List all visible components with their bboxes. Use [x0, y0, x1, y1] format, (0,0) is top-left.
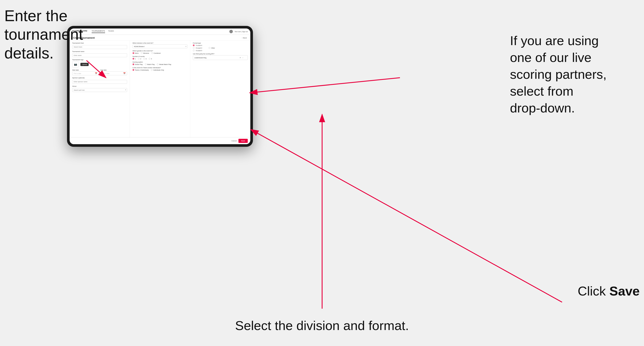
annotation-top-left: Enter thetournamentdetails. — [4, 6, 83, 62]
rounds-1-label: 1 — [135, 58, 136, 60]
teams-radio-group: Teams (+Individuals) Individuals Only — [132, 69, 188, 71]
gender-combined-radio[interactable] — [151, 52, 153, 54]
form-col-2: Which division is the event for? NCAA Di… — [130, 41, 190, 137]
save-button[interactable]: Save — [238, 139, 248, 143]
venue-dropdown-icon: ▾ — [125, 89, 126, 91]
other-label: Other — [211, 47, 215, 49]
live-scoring-value: Leaderboard King — [194, 57, 206, 58]
teams-teams-label: Teams (+Individuals) — [135, 69, 149, 71]
teams-group: Is this event for Teams and/or Individua… — [132, 67, 188, 71]
page-header: Create Tournament ‹ Back — [70, 35, 250, 41]
division-select[interactable]: NCAA Division I — [132, 44, 188, 48]
back-link[interactable]: ‹ Back — [242, 37, 247, 39]
format-options: 5 count 4 6 count 4 6 count 5 — [193, 44, 202, 51]
user-text: Test User | Sign out — [234, 31, 248, 32]
rounds-label: Number of rounds — [132, 56, 188, 57]
start-date-input[interactable]: Pick a date 📅 — [72, 71, 99, 75]
teams-teams[interactable]: Teams (+Individuals) — [132, 69, 149, 71]
rounds-2-radio[interactable] — [138, 58, 140, 60]
rounds-2[interactable]: 2 — [138, 58, 141, 60]
scoring-medal-label: Medal Match Play — [159, 64, 171, 65]
format-type-layout: 5 count 4 6 count 4 6 count 5 — [193, 44, 248, 51]
gender-combined[interactable]: Combined — [151, 52, 160, 54]
rounds-3-label: 3 — [146, 58, 146, 60]
upload-button[interactable]: Upload — [80, 63, 89, 66]
live-scoring-input[interactable]: Leaderboard King ✕ ⁝ — [193, 55, 248, 60]
division-dropdown-icon: ▾ — [186, 45, 186, 47]
gender-womens-radio[interactable] — [141, 52, 142, 54]
other-format: Other — [208, 44, 215, 51]
venue-input[interactable] — [72, 88, 127, 92]
live-scoring-expand-icon[interactable]: ⁝ — [242, 57, 243, 59]
format-6count4-label: 6 count 4 — [196, 47, 202, 49]
gender-mens-label: Mens — [135, 52, 138, 54]
rounds-group: Number of rounds 1 2 3 — [132, 56, 188, 60]
scoring-stroke-radio[interactable] — [132, 63, 134, 65]
end-date-input[interactable]: Pick a date 📅 — [100, 71, 127, 75]
scoring-match[interactable]: Match Play — [145, 63, 155, 65]
rounds-3[interactable]: 3 — [143, 58, 146, 60]
gender-mens[interactable]: Mens — [132, 52, 138, 54]
rounds-1-radio[interactable] — [132, 58, 134, 60]
form-footer: Cancel Save — [70, 137, 250, 144]
format-6count4[interactable]: 6 count 4 — [193, 47, 202, 49]
rounds-4-radio[interactable] — [149, 58, 150, 60]
division-label: Which division is the event for? — [132, 42, 188, 44]
nav-teams[interactable]: TEAMS — [108, 30, 114, 33]
live-scoring-group: Use third-party live scoring API? Leader… — [193, 53, 248, 60]
format-type-group: Format type 5 count 4 6 count 4 — [193, 42, 248, 51]
gender-womens-label: Womens — [143, 52, 149, 54]
gender-combined-label: Combined — [154, 52, 160, 54]
sponsor-group: Sponsor (optional) — [72, 77, 127, 84]
division-group: Which division is the event for? NCAA Di… — [132, 42, 188, 48]
teams-individuals-radio[interactable] — [151, 69, 152, 71]
teams-individuals[interactable]: Individuals Only — [151, 69, 164, 71]
scoring-stroke[interactable]: Stroke Play — [132, 63, 143, 65]
teams-individuals-label: Individuals Only — [153, 69, 164, 71]
rounds-1[interactable]: 1 — [132, 58, 136, 60]
form-col-3: Format type 5 count 4 6 count 4 — [190, 41, 250, 137]
gender-mens-radio[interactable] — [132, 52, 134, 54]
teams-label: Is this event for Teams and/or Individua… — [132, 67, 188, 68]
nav-bar: SCOREBOARD Powered by clippit TOURNAMENT… — [70, 28, 250, 35]
gender-label: Which gender is the event for? — [132, 50, 188, 52]
format-5count4[interactable]: 5 count 4 — [193, 44, 202, 46]
division-wrapper: NCAA Division I ▾ — [132, 44, 188, 48]
format-6count5[interactable]: 6 count 5 — [193, 50, 202, 51]
scoring-radio-group: Stroke Play Match Play Medal Match Play — [132, 63, 188, 65]
venue-input-wrapper: ▾ — [72, 88, 127, 92]
scoring-medal[interactable]: Medal Match Play — [157, 63, 171, 65]
gender-group: Which gender is the event for? Mens Wome… — [132, 50, 188, 54]
svg-line-2 — [250, 78, 400, 93]
scoring-medal-radio[interactable] — [157, 63, 158, 65]
format-5count4-radio[interactable] — [193, 44, 194, 46]
other-radio[interactable] — [208, 47, 210, 49]
nav-right: Test User | Sign out — [229, 30, 248, 33]
venue-group: Venue ▾ — [72, 85, 127, 92]
svg-line-4 — [251, 130, 562, 302]
live-scoring-clear-icon[interactable]: ✕ — [240, 57, 241, 59]
gender-womens[interactable]: Womens — [141, 52, 149, 54]
cancel-button[interactable]: Cancel — [231, 140, 237, 142]
format-6count4-radio[interactable] — [193, 47, 194, 49]
format-5count4-label: 5 count 4 — [196, 45, 202, 46]
rounds-4-label: 4 — [151, 58, 152, 60]
sponsor-label: Sponsor (optional) — [72, 77, 127, 79]
scoring-match-radio[interactable] — [145, 63, 146, 65]
start-date-label: Start date — [72, 69, 99, 71]
form-layout: Tournament Host Tournament name Tourname… — [70, 41, 250, 137]
rounds-2-label: 2 — [140, 58, 141, 60]
rounds-4[interactable]: 4 — [149, 58, 152, 60]
format-6count5-radio[interactable] — [193, 50, 194, 51]
user-avatar — [229, 30, 233, 33]
nav-tournaments[interactable]: TOURNAMENTS — [92, 30, 105, 33]
rounds-3-radio[interactable] — [143, 58, 145, 60]
tablet-device: SCOREBOARD Powered by clippit TOURNAMENT… — [67, 26, 253, 147]
sponsor-input[interactable] — [72, 80, 127, 84]
end-date-label: End date — [100, 69, 127, 71]
rounds-radio-group: 1 2 3 4 — [132, 58, 188, 60]
scoring-stroke-label: Stroke Play — [135, 64, 143, 65]
teams-teams-radio[interactable] — [132, 69, 134, 71]
nav-links: TOURNAMENTS TEAMS — [92, 30, 229, 33]
format-6count5-label: 6 count 5 — [196, 50, 202, 51]
